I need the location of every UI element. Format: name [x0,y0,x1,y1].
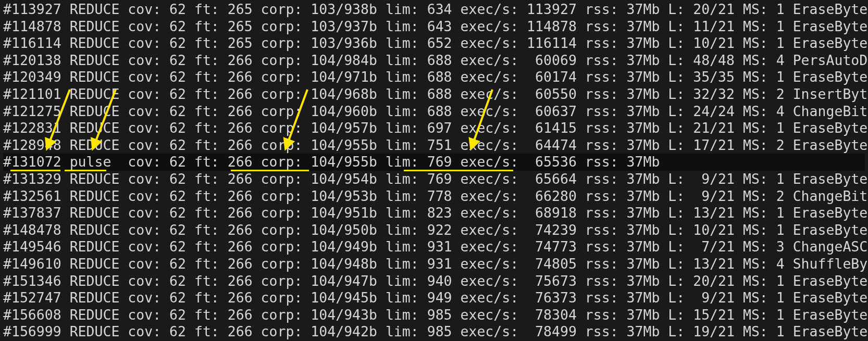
terminal-output: #113927 REDUCE cov: 62 ft: 265 corp: 103… [0,0,868,341]
log-row: #151346 REDUCE cov: 62 ft: 266 corp: 104… [3,273,865,290]
log-row: #131329 REDUCE cov: 62 ft: 266 corp: 104… [3,171,865,188]
log-row: #121275 REDUCE cov: 62 ft: 266 corp: 104… [3,103,865,120]
log-row: #152747 REDUCE cov: 62 ft: 266 corp: 104… [3,289,865,307]
log-row: #156608 REDUCE cov: 62 ft: 266 corp: 104… [3,307,865,324]
log-row-pulse: #131072 pulse cov: 62 ft: 266 corp: 104/… [3,154,865,171]
log-row: #148478 REDUCE cov: 62 ft: 266 corp: 104… [3,222,865,239]
log-row: #149546 REDUCE cov: 62 ft: 266 corp: 104… [3,238,865,256]
log-row: #120349 REDUCE cov: 62 ft: 266 corp: 104… [3,69,865,86]
log-row: #116114 REDUCE cov: 62 ft: 265 corp: 103… [3,35,865,52]
log-row: #113927 REDUCE cov: 62 ft: 265 corp: 103… [3,1,865,18]
log-row: #156999 REDUCE cov: 62 ft: 266 corp: 104… [3,323,865,340]
log-row: #132561 REDUCE cov: 62 ft: 266 corp: 104… [3,188,865,205]
log-row: #121101 REDUCE cov: 62 ft: 266 corp: 104… [3,86,865,103]
log-row: #114878 REDUCE cov: 62 ft: 265 corp: 103… [3,18,865,35]
log-row: #128948 REDUCE cov: 62 ft: 266 corp: 104… [3,137,865,154]
log-row: #137837 REDUCE cov: 62 ft: 266 corp: 104… [3,205,865,222]
log-row: #122831 REDUCE cov: 62 ft: 266 corp: 104… [3,120,865,137]
log-row: #149610 REDUCE cov: 62 ft: 266 corp: 104… [3,256,865,273]
log-row: #120138 REDUCE cov: 62 ft: 266 corp: 104… [3,52,865,69]
